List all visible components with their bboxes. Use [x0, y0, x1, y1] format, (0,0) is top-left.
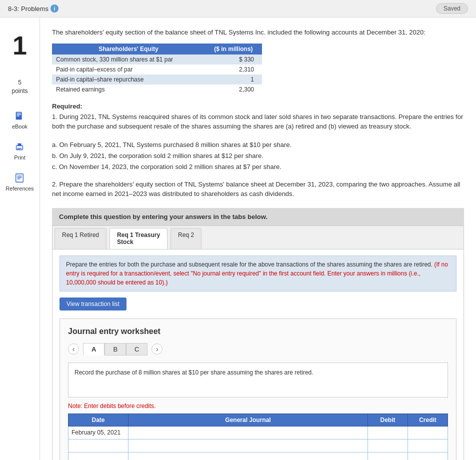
journal-credit-input[interactable] — [411, 442, 444, 450]
tab-req1-retired[interactable]: Req 1 Retired — [54, 228, 106, 249]
journal-account-input[interactable] — [132, 428, 364, 436]
equity-cell: Paid-in capital–share repurchase — [52, 74, 205, 84]
journal-debit-input[interactable] — [371, 428, 404, 436]
section2: 2. Prepare the shareholders' equity sect… — [52, 180, 464, 199]
saved-badge: Saved — [436, 3, 468, 14]
equity-cell: 1 — [205, 74, 262, 84]
print-icon-group[interactable]: Print — [14, 142, 26, 160]
ebook-label: eBook — [12, 124, 28, 130]
svg-rect-6 — [18, 148, 22, 148]
worksheet-nav: ‹ A B C › — [68, 343, 448, 356]
info-icon[interactable]: i — [50, 4, 58, 12]
svg-rect-9 — [18, 176, 22, 176]
tabs-container: Req 1 Retired Req 1 TreasuryStock Req 2 … — [52, 226, 464, 460]
equity-cell: Common stock, 330 million shares at $1 p… — [52, 54, 205, 64]
transaction-b: b. On July 9, 2021, the corporation sold… — [52, 150, 464, 162]
journal-date-cell — [68, 452, 128, 460]
problem-title-area: 8-3: Problems i — [8, 4, 58, 12]
svg-rect-5 — [18, 143, 22, 146]
required-item1: 1. During 2021, TNL Systems reacquired s… — [52, 112, 464, 132]
record-description: Record the purchase of 8 million shares … — [68, 362, 448, 398]
tab-req1-treasury[interactable]: Req 1 TreasuryStock — [110, 228, 168, 249]
ws-tab-b[interactable]: B — [104, 343, 126, 356]
equity-header-col1: Shareholders' Equity — [52, 44, 205, 54]
journal-account-cell[interactable] — [128, 452, 368, 460]
equity-cell: 2,300 — [205, 84, 262, 94]
problem-title: 8-3: Problems — [8, 5, 48, 12]
equity-table: Shareholders' Equity ($ in millions) Com… — [52, 44, 262, 94]
references-icon-group[interactable]: References — [6, 172, 34, 192]
next-arrow[interactable]: › — [152, 344, 162, 354]
content-area: The shareholders' equity section of the … — [40, 18, 476, 460]
equity-cell: 2,310 — [205, 64, 262, 74]
problem-statement: The shareholders' equity section of the … — [52, 28, 464, 38]
left-sidebar: 1 5 points eBook — [0, 18, 40, 460]
journal-date-cell: February 05, 2021 — [68, 426, 128, 439]
instruction-text: Prepare the entries for both the purchas… — [66, 261, 432, 268]
journal-table: Date General Journal Debit Credit Februa… — [68, 414, 448, 460]
ws-tab-a[interactable]: A — [83, 343, 104, 356]
journal-credit-input[interactable] — [411, 454, 444, 460]
worksheet-box: Journal entry worksheet ‹ A B C › Record… — [60, 318, 456, 460]
journal-date-cell — [68, 439, 128, 452]
instruction-box: Prepare the entries for both the purchas… — [60, 256, 456, 292]
svg-rect-11 — [18, 178, 20, 179]
worksheet-tabs: A B C — [83, 343, 148, 356]
main-layout: 1 5 points eBook — [0, 18, 476, 460]
svg-rect-1 — [17, 112, 21, 113]
sidebar-icons: eBook Print References — [6, 110, 34, 192]
top-bar: 8-3: Problems i Saved — [0, 0, 476, 18]
tab-content: Prepare the entries for both the purchas… — [52, 250, 464, 460]
points-info: 5 points — [12, 78, 28, 96]
table-row: February 05, 2021 — [68, 426, 448, 439]
svg-rect-7 — [18, 149, 20, 150]
problem-number: 1 — [12, 32, 27, 58]
journal-col-credit: Credit — [408, 414, 448, 426]
journal-col-debit: Debit — [368, 414, 408, 426]
svg-rect-10 — [18, 177, 22, 178]
journal-debit-cell[interactable] — [368, 452, 408, 460]
references-icon — [14, 172, 25, 184]
journal-account-cell[interactable] — [128, 426, 368, 439]
complete-box: Complete this question by entering your … — [52, 208, 464, 226]
references-label: References — [6, 186, 34, 192]
tab-req2[interactable]: Req 2 — [170, 228, 202, 249]
journal-account-input[interactable] — [132, 454, 364, 460]
journal-account-cell[interactable] — [128, 439, 368, 452]
view-transaction-button[interactable]: View transaction list — [60, 298, 126, 310]
table-row — [68, 439, 448, 452]
journal-credit-cell[interactable] — [408, 426, 448, 439]
svg-rect-8 — [16, 174, 24, 182]
journal-col-date: Date — [68, 414, 128, 426]
journal-debit-cell[interactable] — [368, 426, 408, 439]
table-row — [68, 452, 448, 460]
required-item2: 2. Prepare the shareholders' equity sect… — [52, 180, 464, 199]
print-icon — [14, 142, 25, 152]
required-label: Required: — [52, 102, 82, 110]
worksheet-title: Journal entry worksheet — [68, 327, 448, 336]
journal-debit-cell[interactable] — [368, 439, 408, 452]
required-section: Required: 1. During 2021, TNL Systems re… — [52, 102, 464, 132]
journal-debit-input[interactable] — [371, 442, 404, 450]
ebook-icon — [14, 110, 25, 122]
journal-account-input[interactable] — [132, 442, 364, 450]
ws-tab-c[interactable]: C — [126, 343, 148, 356]
journal-credit-input[interactable] — [411, 428, 444, 436]
tabs-bar: Req 1 Retired Req 1 TreasuryStock Req 2 — [52, 226, 464, 250]
equity-cell: Paid-in capital–excess of par — [52, 64, 205, 74]
transaction-a: a. On February 5, 2021, TNL Systems purc… — [52, 140, 464, 150]
journal-debit-input[interactable] — [371, 454, 404, 460]
journal-credit-cell[interactable] — [408, 439, 448, 452]
svg-rect-2 — [17, 114, 21, 114]
journal-credit-cell[interactable] — [408, 452, 448, 460]
equity-header-col2: ($ in millions) — [205, 44, 262, 54]
transactions-list: a. On February 5, 2021, TNL Systems purc… — [52, 140, 464, 172]
print-label: Print — [14, 154, 26, 160]
equity-cell: Retained earnings — [52, 84, 205, 94]
journal-col-general: General Journal — [128, 414, 368, 426]
transaction-c: c. On November 14, 2023, the corporation… — [52, 162, 464, 172]
svg-rect-3 — [17, 116, 20, 116]
note-text: Note: Enter debits before credits. — [68, 402, 448, 410]
ebook-icon-group[interactable]: eBook — [12, 110, 28, 130]
prev-arrow[interactable]: ‹ — [68, 344, 79, 354]
